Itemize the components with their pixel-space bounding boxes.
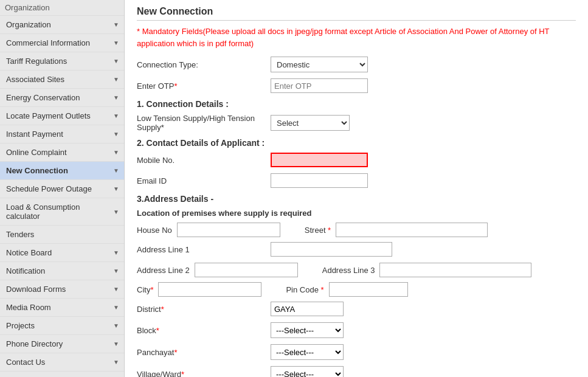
sidebar-arrow-icon: ▼: [113, 359, 119, 365]
lt-ht-label: Low Tension Supply/High Tension Supply*: [137, 114, 271, 132]
sidebar-item-media-room[interactable]: Media Room▼: [0, 299, 124, 317]
sidebar-item-new-connection[interactable]: New Connection▼: [0, 162, 124, 180]
sidebar-item-label: Tariff Regulations: [6, 57, 67, 66]
section3-heading: 3.Address Details -: [137, 194, 576, 204]
village-ward-label: Village/Ward*: [137, 370, 271, 378]
sidebar-item-download-forms[interactable]: Download Forms▼: [0, 280, 124, 299]
otp-input[interactable]: [271, 78, 368, 93]
district-input[interactable]: GAYA: [271, 302, 344, 316]
sidebar-item-associated-sites[interactable]: Associated Sites▼: [0, 71, 124, 89]
block-select[interactable]: ---Select---: [271, 322, 344, 338]
section3-sub: Location of premises where supply is req…: [137, 209, 576, 218]
sidebar-arrow-icon: ▼: [113, 21, 119, 28]
sidebar-item-tenders[interactable]: Tenders: [0, 226, 124, 244]
sidebar-item-projects[interactable]: Projects▼: [0, 317, 124, 335]
connection-type-label: Connection Type:: [137, 60, 271, 69]
sidebar-arrow-icon: ▼: [113, 185, 119, 192]
sidebar-arrow-icon: ▼: [113, 76, 119, 83]
connection-type-select[interactable]: DomesticCommercialIndustrial: [271, 57, 368, 72]
panchayat-label: Panchayat*: [137, 348, 271, 357]
sidebar-item-instant-payment[interactable]: Instant Payment▼: [0, 125, 124, 144]
sidebar-arrow-icon: ▼: [113, 249, 119, 256]
panchayat-select[interactable]: ---Select---: [271, 344, 344, 360]
sidebar-org-label: Organization: [5, 3, 50, 12]
mandatory-note: * Mandatory Fields(Please upload all doc…: [137, 26, 576, 49]
addr2-group: Address Line 2: [137, 263, 298, 277]
sidebar-item-label: Phone Directory: [6, 339, 63, 348]
connection-type-row: Connection Type: DomesticCommercialIndus…: [137, 57, 576, 72]
sidebar-arrow-icon: ▼: [113, 341, 119, 347]
sidebar-item-label: Commercial Information: [6, 38, 90, 47]
sidebar-item-label: Notification: [6, 266, 45, 275]
city-label: City*: [137, 285, 153, 294]
addr2-input[interactable]: [195, 263, 298, 277]
pin-code-group: Pin Code *: [286, 282, 407, 297]
sidebar-item-tariff-regulations[interactable]: Tariff Regulations▼: [0, 52, 124, 71]
mobile-row: Mobile No.: [137, 153, 576, 167]
page-title: New Connection: [137, 6, 576, 21]
sidebar-item-label: Associated Sites: [6, 75, 64, 84]
addr1-row: Address Line 1: [137, 242, 576, 257]
email-input[interactable]: [271, 173, 368, 188]
house-no-input[interactable]: [177, 223, 280, 237]
sidebar-arrow-icon: ▼: [113, 112, 119, 119]
sidebar-item-online-feedback[interactable]: Online Feedback▼: [0, 372, 124, 377]
sidebar-arrow-icon: ▼: [113, 209, 119, 215]
sidebar-item-label: Media Room: [6, 303, 51, 312]
village-ward-select[interactable]: ---Select---: [271, 366, 344, 377]
district-row: District* GAYA: [137, 302, 576, 316]
email-row: Email ID: [137, 173, 576, 188]
addr3-group: Address Line 3: [322, 263, 532, 277]
pin-code-label: Pin Code *: [286, 285, 323, 294]
sidebar-item-energy-conservation[interactable]: Energy Conservation▼: [0, 89, 124, 107]
enter-otp-label: Enter OTP*: [137, 81, 271, 91]
otp-row: Enter OTP*: [137, 78, 576, 93]
addr3-label: Address Line 3: [322, 266, 375, 275]
sidebar-item-load-consumption[interactable]: Load & Consumption calculator▼: [0, 198, 124, 226]
sidebar-item-commercial-information[interactable]: Commercial Information▼: [0, 34, 124, 52]
section2-heading: 2. Contact Details of Applicant :: [137, 138, 576, 148]
sidebar-arrow-icon: ▼: [113, 268, 119, 274]
sidebar-item-online-complaint[interactable]: Online Complaint▼: [0, 144, 124, 162]
pin-code-input[interactable]: [329, 282, 408, 297]
sidebar-item-locate-payment-outlets[interactable]: Locate Payment Outlets▼: [0, 107, 124, 125]
sidebar-arrow-icon: ▼: [113, 304, 119, 311]
sidebar-item-notification[interactable]: Notification▼: [0, 262, 124, 280]
section1-heading: 1. Connection Details :: [137, 99, 576, 109]
city-input[interactable]: [158, 282, 261, 297]
mobile-label: Mobile No.: [137, 156, 271, 165]
village-ward-row: Village/Ward* ---Select---: [137, 366, 576, 377]
sidebar-arrow-icon: ▼: [113, 94, 119, 101]
sidebar-item-notice-board[interactable]: Notice Board▼: [0, 244, 124, 262]
addr1-input[interactable]: [271, 242, 392, 257]
sidebar-item-org[interactable]: Organization: [0, 0, 124, 16]
sidebar-item-label: Organization: [6, 20, 51, 29]
house-street-row: House No Street *: [137, 223, 576, 237]
sidebar-item-label: Download Forms: [6, 285, 66, 294]
sidebar-item-phone-directory[interactable]: Phone Directory▼: [0, 335, 124, 353]
sidebar-arrow-icon: ▼: [113, 58, 119, 64]
street-group: Street *: [305, 223, 488, 237]
sidebar-arrow-icon: ▼: [113, 322, 119, 329]
district-label: District*: [137, 305, 271, 314]
sidebar-item-label: Tenders: [6, 230, 34, 239]
main-content: New Connection * Mandatory Fields(Please…: [125, 0, 588, 377]
street-label: Street *: [305, 226, 331, 235]
sidebar-arrow-icon: ▼: [113, 40, 119, 46]
sidebar-item-label: Energy Conservation: [6, 93, 80, 102]
lt-ht-select[interactable]: SelectLTHT: [271, 115, 350, 131]
sidebar-item-schedule-power-outage[interactable]: Schedule Power Outage▼: [0, 180, 124, 198]
street-input[interactable]: [336, 223, 488, 237]
mobile-input[interactable]: [271, 153, 368, 167]
sidebar-item-org[interactable]: Organization▼: [0, 16, 124, 34]
sidebar-item-label: Load & Consumption calculator: [6, 202, 113, 221]
sidebar-arrow-icon: ▼: [113, 286, 119, 292]
addr3-input[interactable]: [379, 263, 531, 277]
sidebar-arrow-icon: ▼: [113, 149, 119, 156]
lt-ht-row: Low Tension Supply/High Tension Supply* …: [137, 114, 576, 132]
block-row: Block* ---Select---: [137, 322, 576, 338]
sidebar-item-label: New Connection: [6, 166, 68, 175]
email-label: Email ID: [137, 176, 271, 185]
sidebar-item-contact-us[interactable]: Contact Us▼: [0, 353, 124, 372]
sidebar-item-label: Online Complaint: [6, 148, 67, 157]
